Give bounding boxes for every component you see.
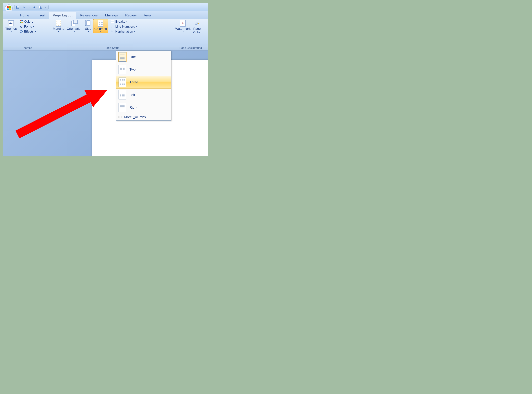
svg-line-5 xyxy=(41,9,42,9)
group-page-bg-label: Page Background xyxy=(173,46,208,50)
colors-icon xyxy=(19,20,23,23)
svg-rect-40 xyxy=(111,20,114,21)
quick-access-toolbar: ▾ ▾ xyxy=(14,5,48,10)
svg-rect-12 xyxy=(21,20,23,21)
orientation-icon xyxy=(71,20,78,26)
undo-icon[interactable] xyxy=(22,5,26,9)
line-numbers-icon: 12 xyxy=(111,25,114,28)
one-column-icon xyxy=(118,52,126,62)
orientation-label: Orientation xyxy=(67,27,82,31)
app-window: ▾ ▾ Home Insert Page Layout References M… xyxy=(3,3,208,156)
svg-point-16 xyxy=(20,30,22,33)
themes-button[interactable]: Aa Themes ▾ xyxy=(4,19,18,33)
svg-rect-21 xyxy=(87,21,90,26)
three-label: Three xyxy=(129,80,138,84)
redo-icon[interactable] xyxy=(32,5,36,9)
office-button[interactable] xyxy=(5,5,13,11)
hyphenation-button[interactable]: bca- Hyphenation▾ xyxy=(110,29,138,34)
group-themes: Aa Themes ▾ Colors▾ A Fonts▾ xyxy=(3,19,51,50)
three-column-icon xyxy=(118,78,126,87)
svg-rect-41 xyxy=(111,22,114,23)
svg-text:1: 1 xyxy=(111,26,112,26)
hyphenation-label: Hyphenation xyxy=(115,30,133,33)
columns-option-one[interactable]: One xyxy=(116,51,171,63)
watermark-label: Watermark xyxy=(175,27,191,31)
group-page-setup: Margins ▾ Orientation ▾ Size ▾ xyxy=(51,19,173,50)
svg-text:Aa: Aa xyxy=(9,22,13,25)
tab-insert[interactable]: Insert xyxy=(33,12,49,19)
columns-option-left[interactable]: Left xyxy=(116,88,171,101)
size-button[interactable]: Size ▾ xyxy=(84,19,93,33)
columns-label: Columns xyxy=(94,27,107,31)
svg-text:a-: a- xyxy=(111,30,112,31)
more-columns-label: More Columns... xyxy=(124,115,149,119)
save-icon[interactable] xyxy=(16,5,20,9)
svg-rect-20 xyxy=(74,20,77,24)
columns-option-three[interactable]: Three xyxy=(116,76,171,89)
effects-icon xyxy=(19,30,23,33)
one-label: One xyxy=(129,55,136,59)
more-columns-button[interactable]: More Columns... xyxy=(116,114,171,120)
ribbon-tabbar: Home Insert Page Layout References Maili… xyxy=(3,11,208,19)
print-preview-icon[interactable] xyxy=(38,5,42,9)
svg-rect-13 xyxy=(20,22,21,23)
svg-rect-1 xyxy=(17,6,19,7)
page-color-button[interactable]: Page Color xyxy=(192,19,202,35)
qat-customize-icon[interactable]: ▾ xyxy=(43,5,47,9)
theme-colors-button[interactable]: Colors▾ xyxy=(18,19,37,24)
columns-button[interactable]: Columns ▾ xyxy=(93,19,108,33)
group-page-background: A Watermark ▾ Page Color Page Background xyxy=(173,19,208,50)
chevron-down-icon: ▾ xyxy=(11,31,12,32)
chevron-down-icon[interactable]: ▾ xyxy=(27,5,31,9)
fonts-icon: A xyxy=(19,25,23,28)
more-columns-icon xyxy=(118,115,122,119)
fonts-label: Fonts xyxy=(24,25,32,28)
two-label: Two xyxy=(129,68,136,72)
themes-label: Themes xyxy=(5,27,17,31)
columns-option-two[interactable]: Two xyxy=(116,63,171,76)
margins-button[interactable]: Margins ▾ xyxy=(52,19,65,33)
breaks-label: Breaks xyxy=(115,20,125,23)
themes-icon: Aa xyxy=(8,20,14,26)
two-column-icon xyxy=(118,65,126,74)
columns-option-right[interactable]: Right xyxy=(116,101,171,114)
group-themes-label: Themes xyxy=(3,46,51,50)
group-page-setup-label: Page Setup xyxy=(51,46,173,50)
tab-mailings[interactable]: Mailings xyxy=(101,12,122,19)
breaks-button[interactable]: Breaks▾ xyxy=(110,19,138,24)
theme-effects-button[interactable]: Effects▾ xyxy=(18,29,37,34)
svg-text:A: A xyxy=(20,25,22,28)
columns-dropdown: One Two Three Left Right xyxy=(116,51,171,120)
separator xyxy=(21,6,21,9)
size-icon xyxy=(85,20,92,26)
svg-rect-2 xyxy=(17,7,19,9)
margins-label: Margins xyxy=(53,27,64,31)
breaks-icon xyxy=(111,20,114,23)
margins-icon xyxy=(55,20,62,26)
theme-fonts-button[interactable]: A Fonts▾ xyxy=(18,24,37,29)
tab-references[interactable]: References xyxy=(76,12,101,19)
document-area xyxy=(3,51,208,156)
titlebar: ▾ ▾ xyxy=(3,3,208,11)
line-numbers-button[interactable]: 12 Line Numbers▾ xyxy=(110,24,138,29)
tab-view[interactable]: View xyxy=(140,12,155,19)
svg-rect-11 xyxy=(20,20,21,21)
svg-text:2: 2 xyxy=(111,27,112,28)
tab-home[interactable]: Home xyxy=(16,12,33,19)
size-label: Size xyxy=(85,27,91,31)
watermark-icon: A xyxy=(180,20,186,26)
svg-rect-10 xyxy=(12,25,13,26)
orientation-button[interactable]: Orientation ▾ xyxy=(66,19,83,33)
left-label: Left xyxy=(129,93,135,97)
effects-label: Effects xyxy=(24,30,34,33)
right-column-icon xyxy=(118,103,126,112)
left-column-icon xyxy=(118,90,126,99)
svg-text:A: A xyxy=(181,21,184,25)
tab-page-layout[interactable]: Page Layout xyxy=(49,12,76,19)
office-logo-icon xyxy=(7,6,11,10)
watermark-button[interactable]: A Watermark ▾ xyxy=(174,19,192,33)
ribbon: Aa Themes ▾ Colors▾ A Fonts▾ xyxy=(3,19,208,51)
hyphenation-icon: bca- xyxy=(111,30,114,33)
page-color-label: Page Color xyxy=(193,27,201,34)
tab-review[interactable]: Review xyxy=(122,12,140,19)
